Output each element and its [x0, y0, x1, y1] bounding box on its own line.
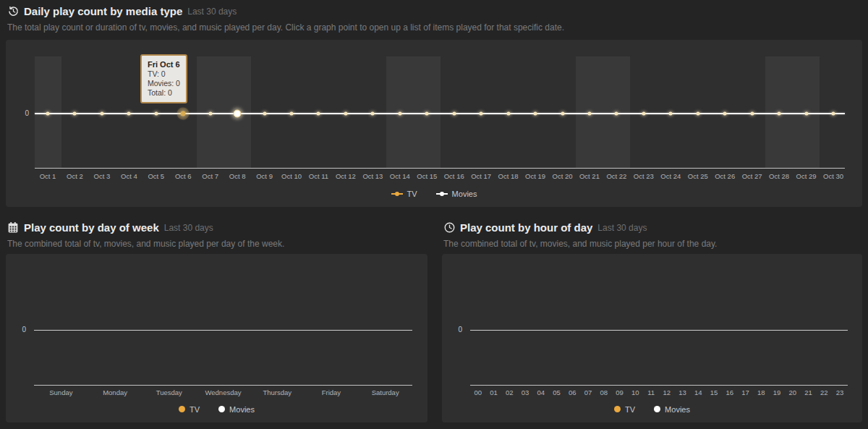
tooltip-row: TV: 0: [148, 69, 180, 79]
hour-of-day-bar-chart: 0000102030405060708091011121314151617181…: [442, 254, 862, 422]
data-point-oct-16[interactable]: [452, 112, 456, 116]
x-axis-label: Oct 7: [202, 172, 218, 180]
data-point-oct-6[interactable]: [181, 111, 186, 116]
data-point-oct-9[interactable]: [263, 112, 266, 116]
x-axis-label: Oct 8: [229, 172, 246, 180]
data-point-oct-17[interactable]: [480, 112, 483, 116]
data-point-oct-19[interactable]: [534, 112, 537, 116]
legend-item-tv[interactable]: TV: [179, 405, 200, 414]
data-point-oct-26[interactable]: [723, 112, 727, 116]
legend-marker-tv: [179, 406, 185, 412]
x-axis-label: Oct 23: [634, 172, 654, 180]
x-axis-label: Oct 28: [769, 172, 789, 180]
data-point-oct-8[interactable]: [234, 110, 242, 118]
x-axis-label: Sunday: [49, 388, 72, 396]
history-icon: [7, 5, 19, 17]
x-axis-label: Oct 1: [40, 172, 56, 180]
section-header: Play count by hour of day Last 30 days: [443, 221, 862, 234]
x-axis-label: 14: [694, 388, 702, 396]
x-axis-label: Wednesday: [205, 388, 242, 396]
x-axis-label: Oct 27: [742, 172, 762, 180]
x-axis-label: 09: [616, 388, 624, 396]
data-point-oct-13[interactable]: [371, 112, 375, 116]
section-period: Last 30 days: [187, 7, 237, 17]
data-point-oct-2[interactable]: [73, 112, 77, 116]
x-axis-label: 04: [537, 388, 545, 396]
section-period: Last 30 days: [597, 223, 647, 233]
legend-item-tv[interactable]: TV: [391, 190, 417, 198]
x-axis-label: Oct 26: [715, 172, 735, 180]
data-point-oct-3[interactable]: [100, 112, 103, 116]
hour-of-day-chart-panel: 0000102030405060708091011121314151617181…: [442, 254, 862, 422]
x-axis-label: 13: [678, 388, 686, 396]
legend-item-movies[interactable]: Movies: [436, 190, 477, 198]
legend-item-movies[interactable]: Movies: [218, 405, 255, 414]
x-axis-label: Oct 6: [175, 172, 192, 180]
x-axis-label: Oct 5: [148, 172, 164, 180]
data-point-oct-29[interactable]: [804, 112, 808, 116]
daily-chart-legend: TVMovies: [6, 188, 862, 199]
data-point-oct-23[interactable]: [642, 112, 645, 116]
x-axis-label: Oct 4: [121, 172, 137, 180]
x-axis-label: 18: [757, 388, 765, 396]
x-axis-line: [35, 168, 845, 169]
x-axis-label: 03: [522, 388, 529, 396]
daily-line-chart: 0Oct 1Oct 2Oct 3Oct 4Oct 5Oct 6Oct 7Oct …: [6, 40, 862, 207]
x-axis-label: Oct 21: [579, 172, 600, 180]
x-axis-label: Oct 24: [660, 172, 681, 180]
daily-chart-panel: 0Oct 1Oct 2Oct 3Oct 4Oct 5Oct 6Oct 7Oct …: [6, 40, 862, 207]
data-point-oct-21[interactable]: [587, 112, 591, 116]
data-point-oct-28[interactable]: [778, 112, 781, 116]
legend-item-tv[interactable]: TV: [614, 405, 635, 414]
section-title: Play count by hour of day: [460, 221, 592, 234]
section-header: Daily play count by media type Last 30 d…: [7, 4, 862, 17]
section-day-of-week: Play count by day of week Last 30 days T…: [6, 221, 427, 422]
x-axis-label: Oct 25: [688, 172, 708, 180]
tooltip-rows: TV: 0Movies: 0Total: 0: [148, 69, 180, 98]
x-axis-label: 15: [710, 388, 718, 396]
data-point-oct-20[interactable]: [561, 112, 564, 116]
data-point-oct-11[interactable]: [317, 112, 320, 116]
x-axis-label: Oct 19: [525, 172, 545, 180]
x-axis-label: 10: [631, 388, 639, 396]
legend-label: Movies: [229, 405, 255, 414]
x-axis-label: 06: [569, 388, 576, 396]
data-point-oct-22[interactable]: [615, 112, 618, 116]
weekend-band: [765, 56, 820, 168]
data-point-oct-27[interactable]: [750, 112, 754, 116]
data-point-oct-25[interactable]: [696, 112, 699, 116]
legend-marker-movies: [218, 406, 225, 412]
legend-item-movies[interactable]: Movies: [654, 405, 690, 414]
legend-marker-tv: [391, 190, 403, 197]
data-point-oct-18[interactable]: [506, 112, 510, 116]
day-of-week-chart-panel: 0SundayMondayTuesdayWednesdayThursdayFri…: [6, 254, 427, 422]
hour-of-day-chart-legend: TVMovies: [442, 404, 862, 415]
legend-label: TV: [407, 190, 417, 198]
x-axis-label: 08: [600, 388, 608, 396]
section-subtitle: The total play count or duration of tv, …: [7, 22, 862, 33]
legend-label: TV: [190, 405, 200, 414]
x-axis-label: Oct 18: [498, 172, 519, 180]
y-axis-label: 0: [446, 326, 462, 334]
data-point-oct-30[interactable]: [832, 112, 835, 116]
x-axis-label: Oct 17: [471, 172, 491, 180]
day-of-week-chart-legend: TVMovies: [6, 404, 427, 415]
weekend-band: [386, 56, 441, 168]
data-point-oct-24[interactable]: [669, 112, 673, 116]
legend-label: Movies: [665, 405, 690, 414]
x-axis-label: 05: [553, 388, 561, 396]
tooltip-row: Movies: 0: [148, 79, 180, 88]
data-point-oct-12[interactable]: [344, 112, 347, 116]
legend-marker-movies: [654, 406, 660, 412]
data-point-oct-4[interactable]: [127, 112, 131, 116]
data-point-oct-7[interactable]: [208, 112, 212, 116]
tooltip-row: Total: 0: [148, 88, 180, 98]
data-point-oct-15[interactable]: [425, 112, 429, 116]
zero-gridline: [34, 330, 412, 331]
data-point-oct-10[interactable]: [290, 112, 294, 116]
x-axis-label: 07: [584, 388, 592, 396]
data-point-oct-5[interactable]: [154, 112, 158, 116]
data-point-oct-1[interactable]: [46, 112, 50, 116]
x-axis-label: 19: [773, 388, 781, 396]
data-point-oct-14[interactable]: [398, 112, 401, 116]
